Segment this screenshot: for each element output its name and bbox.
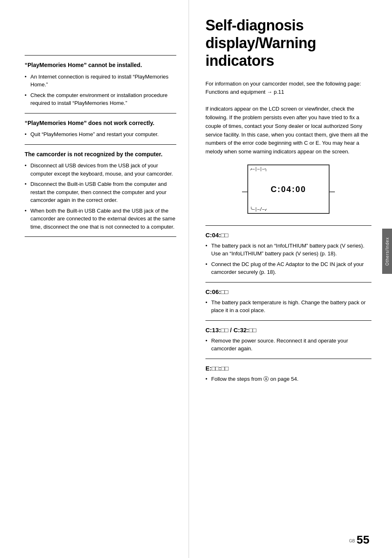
right-column: Self-diagnosis display/Warning indicator… [189, 0, 392, 558]
intro-text-span: For information on your camcorder model,… [205, 81, 361, 95]
section1-bullets: An Internet connection is required to in… [25, 73, 176, 107]
divider-top [25, 55, 176, 56]
error-c06-bullets: The battery pack temperature is high. Ch… [205, 299, 371, 315]
page-number: 55 [357, 534, 369, 546]
intro-text: For information on your camcorder model,… [205, 80, 371, 97]
error-code-c13-c32: C:13:□□ / C:32:□□ [205, 326, 371, 333]
list-item: When both the Built-in USB Cable and the… [25, 207, 176, 231]
divider-3 [25, 144, 176, 145]
list-item: Follow the steps from Ⓐ on page 54. [205, 375, 371, 383]
list-item: Quit “PlayMemories Home” and restart you… [25, 130, 176, 139]
list-item: Disconnect all USB devices from the USB … [25, 162, 176, 178]
error-e-bullets: Follow the steps from Ⓐ on page 54. [205, 375, 371, 383]
error-divider-2 [205, 282, 371, 282]
divider-2 [25, 113, 176, 113]
side-tab: Others/Index [382, 229, 392, 274]
section2-bullets: Quit “PlayMemories Home” and restart you… [25, 130, 176, 139]
gb-label: GB [349, 537, 355, 546]
corner-tl: ↗–|–|–╮ [250, 167, 267, 171]
list-item: Disconnect the Built-in USB Cable from t… [25, 180, 176, 204]
error-code-c04: C:04:□□ [205, 232, 371, 238]
lcd-display-text: C:04:00 [271, 184, 306, 194]
lcd-side-right-icon: — [330, 188, 335, 194]
list-item: An Internet connection is required to in… [25, 73, 176, 89]
list-item: The battery pack is not an “InfoLITHIUM”… [205, 242, 371, 258]
page-container: “PlayMemories Home” cannot be installed.… [0, 0, 392, 558]
list-item: Connect the DC plug of the AC Adaptor to… [205, 260, 371, 276]
section1-heading: “PlayMemories Home” cannot be installed. [25, 61, 176, 69]
section2-heading: “PlayMemories Home” does not work correc… [25, 119, 176, 127]
error-divider-3 [205, 320, 371, 321]
error-c04-bullets: The battery pack is not an “InfoLITHIUM”… [205, 242, 371, 276]
section3-heading: The camcorder is not recognized by the c… [25, 150, 176, 159]
lcd-side-left-icon: — [242, 188, 247, 194]
section3-bullets: Disconnect all USB devices from the USB … [25, 162, 176, 231]
list-item: Remove the power source. Reconnect it an… [205, 337, 371, 353]
error-code-e: E:□□:□□ [205, 365, 371, 372]
page-number-area: GB 55 [349, 534, 369, 546]
divider-bottom [25, 236, 176, 237]
left-column: “PlayMemories Home” cannot be installed.… [0, 0, 189, 558]
list-item: The battery pack temperature is high. Ch… [205, 299, 371, 315]
corner-bl: ╰–|–/–↙ [250, 207, 267, 211]
error-code-c06: C:06:□□ [205, 288, 371, 295]
error-divider-4 [205, 359, 371, 359]
error-divider-1 [205, 225, 371, 226]
error-c13-bullets: Remove the power source. Reconnect it an… [205, 337, 371, 353]
lcd-diagram: ↗–|–|–╮ ╰–|–/–↙ C:04:00 [247, 164, 330, 214]
body-text: If indicators appear on the LCD screen o… [205, 105, 371, 156]
page-title: Self-diagnosis display/Warning indicator… [205, 16, 371, 70]
list-item: Check the computer environment or instal… [25, 91, 176, 107]
